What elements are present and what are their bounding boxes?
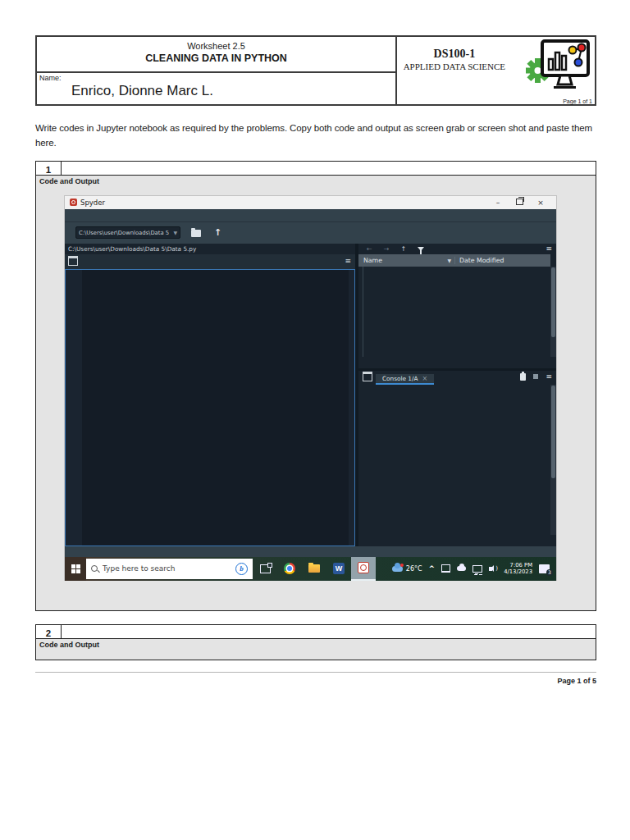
file-explorer-icon[interactable] — [302, 557, 326, 581]
line-numbers — [66, 270, 82, 546]
problem-prompt — [62, 625, 596, 638]
tree-line — [363, 267, 363, 357]
go-up-directory-icon[interactable]: ↑ — [211, 226, 225, 240]
status-bar — [65, 546, 556, 557]
minimize-icon[interactable]: – — [487, 199, 509, 207]
files-pane: ← → ↑ ≡ Name ▼ Date — [358, 244, 556, 368]
network-icon[interactable] — [472, 565, 482, 573]
spyder-icon[interactable] — [351, 557, 376, 581]
working-directory-select[interactable]: C:\Users\user\Downloads\Data 5 ▼ — [75, 226, 180, 239]
problem-2-row: 2 — [35, 624, 596, 639]
taskbar-search-input[interactable]: Type here to search b — [86, 559, 253, 579]
intro-paragraph: Write codes in Jupyter notebook as requi… — [35, 121, 596, 151]
toolbar: C:\Users\user\Downloads\Data 5 ▼ ↑ — [65, 221, 556, 244]
problem-number: 1 — [36, 162, 62, 175]
console-output[interactable] — [358, 385, 556, 535]
chrome-icon[interactable] — [277, 557, 302, 581]
close-icon[interactable]: × — [422, 375, 427, 382]
new-window-icon[interactable] — [363, 372, 372, 381]
code-output-box-1: Code and Output Spyder – × C:\Users\user… — [35, 176, 596, 611]
interrupt-kernel-icon[interactable] — [533, 374, 538, 379]
course-box: DS100-1 APPLIED DATA SCIENCE — [397, 37, 512, 104]
problem-1-row: 1 — [35, 161, 596, 176]
files-list — [358, 267, 556, 357]
chevron-down-icon: ▼ — [173, 230, 177, 235]
weather-widget[interactable]: 26°C — [392, 565, 422, 573]
column-header-date[interactable]: Date Modified — [455, 257, 550, 264]
task-view-icon[interactable] — [253, 557, 277, 581]
word-icon[interactable]: W — [326, 557, 351, 581]
code-editor[interactable] — [65, 269, 355, 546]
search-placeholder: Type here to search — [103, 564, 231, 573]
console-scrollbar[interactable] — [550, 385, 556, 535]
files-options-icon[interactable]: ≡ — [546, 244, 552, 253]
name-cell: Name: Enrico, Dionne Marc L. — [37, 73, 395, 104]
header-left: Worksheet 2.5 CLEANING DATA IN PYTHON Na… — [37, 37, 397, 104]
footer-page-number: Page 1 of 5 — [35, 677, 596, 685]
options-menu-icon[interactable]: ≡ — [345, 257, 351, 265]
problem-number: 2 — [36, 625, 62, 638]
tray-expand-icon[interactable]: ^ — [429, 564, 436, 573]
problem-prompt — [62, 162, 596, 175]
files-scrollbar[interactable] — [550, 267, 556, 357]
student-name: Enrico, Dionne Marc L. — [71, 83, 213, 99]
header-right: DS100-1 APPLIED DATA SCIENCE — [397, 37, 595, 104]
filter-icon[interactable] — [418, 247, 424, 251]
worksheet-title-cell: Worksheet 2.5 CLEANING DATA IN PYTHON — [37, 37, 395, 73]
tablet-mode-icon[interactable] — [441, 564, 450, 573]
course-title: APPLIED DATA SCIENCE — [397, 62, 512, 71]
console-pane: Console 1/A × ≡ — [358, 368, 556, 546]
bing-icon: b — [235, 563, 248, 575]
restore-icon[interactable] — [509, 199, 530, 207]
footer-divider — [35, 672, 596, 673]
windows-taskbar: Type here to search b W 26°C — [65, 557, 556, 581]
temperature: 26°C — [406, 565, 422, 573]
console-options-icon[interactable]: ≡ — [546, 373, 552, 381]
window-title: Spyder — [80, 199, 487, 207]
browse-working-directory-icon[interactable] — [189, 226, 203, 240]
date: 4/13/2023 — [504, 568, 532, 575]
new-window-icon[interactable] — [68, 256, 78, 266]
menu-bar — [65, 209, 556, 221]
time: 7:06 PM — [504, 562, 532, 568]
files-toolbar: ← → ↑ ≡ — [358, 244, 556, 254]
system-tray — [441, 564, 495, 573]
editor-tab-bar: ≡ — [65, 254, 355, 269]
notification-badge: 3 — [546, 569, 553, 576]
back-icon[interactable]: ← — [367, 245, 372, 253]
name-label: Name: — [39, 74, 62, 82]
console-tab-label: Console 1/A — [382, 375, 418, 382]
editor-pane: C:\Users\user\Downloads\Data 5\Data 5.py… — [65, 244, 355, 546]
problem-1: 1 Code and Output Spyder – × C:\U — [35, 161, 596, 611]
spyder-titlebar: Spyder – × — [65, 196, 556, 209]
forward-icon[interactable]: → — [384, 245, 390, 253]
parent-directory-icon[interactable]: ↑ — [400, 245, 406, 253]
files-header-row: Name ▼ Date Modified — [358, 254, 550, 267]
problem-2: 2 Code and Output — [35, 624, 596, 660]
header-table: Worksheet 2.5 CLEANING DATA IN PYTHON Na… — [35, 35, 596, 106]
editor-code — [82, 270, 349, 546]
spyder-screenshot: Spyder – × C:\Users\user\Downloads\Data … — [65, 196, 556, 580]
close-icon[interactable]: × — [530, 199, 551, 207]
worksheet-title: CLEANING DATA IN PYTHON — [37, 52, 395, 64]
code-output-label: Code and Output — [36, 176, 596, 186]
copy-icon[interactable] — [520, 373, 526, 381]
editor-scrollbar[interactable] — [349, 270, 354, 546]
start-icon[interactable] — [65, 557, 86, 581]
sort-caret-icon: ▼ — [447, 258, 451, 263]
search-icon — [91, 565, 98, 572]
onedrive-icon[interactable] — [457, 566, 466, 571]
console-tab[interactable]: Console 1/A × — [376, 374, 434, 385]
spyder-logo-icon — [70, 199, 77, 206]
notification-center-icon[interactable]: 3 — [539, 564, 550, 573]
console-pane-tabs — [358, 535, 556, 546]
files-pane-tabs — [358, 357, 556, 368]
taskbar-clock[interactable]: 7:06 PM 4/13/2023 — [504, 562, 532, 576]
volume-icon[interactable] — [489, 567, 492, 571]
file-path-bar: C:\Users\user\Downloads\Data 5\Data 5.py — [65, 244, 355, 254]
monitor-chart-gear-logo — [526, 39, 591, 93]
working-directory-value: C:\Users\user\Downloads\Data 5 — [79, 230, 173, 236]
column-header-name[interactable]: Name ▼ — [358, 257, 455, 264]
console-header: Console 1/A × ≡ — [358, 371, 556, 385]
header-page-note: Page 1 of 1 — [563, 98, 592, 104]
